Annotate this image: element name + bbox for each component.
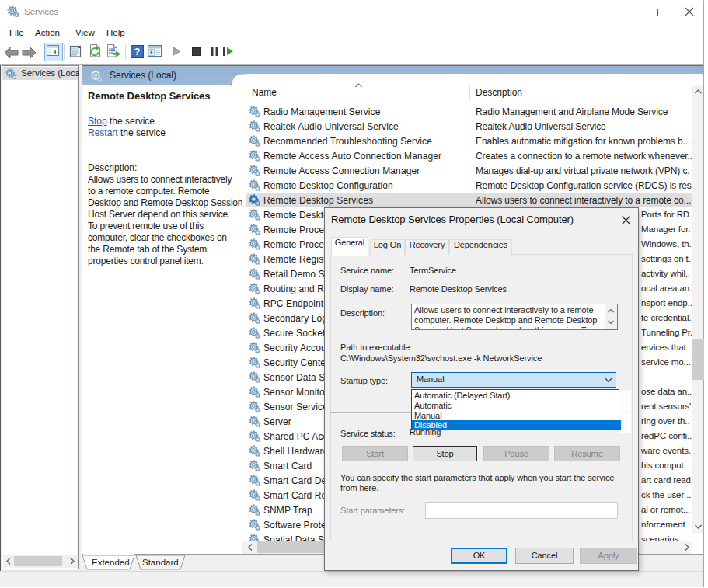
svg-text:?: ? bbox=[134, 46, 141, 57]
